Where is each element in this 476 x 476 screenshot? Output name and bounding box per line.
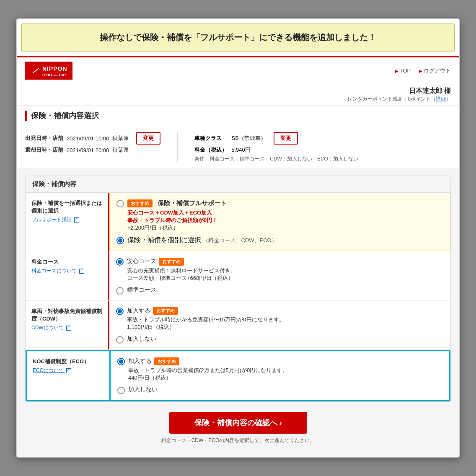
nav-top-link[interactable]: TOP (395, 67, 411, 74)
eco-join-badge: おすすめ (154, 357, 179, 365)
eco-nojoin-radio[interactable] (117, 387, 125, 394)
nav-logout-link[interactable]: ログアウト (419, 67, 451, 75)
anshin-detail1: 安心の充実補償！無料ロードサービス付き。 (127, 267, 236, 274)
logo-name: NIPPON (42, 65, 67, 72)
submit-note: 料金コース・CDW・ECOの内容を選択して、次に進んでください。 (34, 437, 442, 444)
standard-title: 標準コース (127, 286, 156, 294)
anshin-title: 安心コース (127, 258, 156, 265)
eco-nojoin-option: 加入しない (117, 386, 442, 394)
eco-detail-link[interactable]: ECOについて (33, 367, 71, 373)
anshin-text: 安心コース おすすめ 安心の充実補償！無料ロードサービス付き。 コース差額 標準… (127, 257, 236, 282)
individual-option: 保険・補償を個別に選択 （料金コース、CDW、ECO） (116, 236, 443, 245)
section-box: 保険・補償内容 保険・補償を一括選択または個別に選択 フルサポート詳細 (25, 176, 451, 402)
cdw-join-title-row: 加入する おすすめ (127, 307, 181, 315)
points-label: レンタカーポイント残高：0ポイント (347, 96, 431, 102)
departure-row: 出発日時・店舗 2021/09/01 10:00 秋葉原 変更 (25, 132, 160, 145)
full-support-label-title: 保険・補償を一括選択または個別に選択 (31, 199, 102, 215)
anshin-badge: おすすめ (159, 258, 184, 266)
eco-join-text: 加入する おすすめ 事故・トラブル時の営業補償(2万または5万円)が0円になりま… (128, 357, 288, 382)
eco-join-title-row: 加入する おすすめ (128, 357, 182, 365)
full-support-content-col: おすすめ 保険・補償フルサポート 安心コース＋CDW加入＋ECO加入 事故・トラ… (109, 193, 450, 251)
return-row: 返却日時・店舗 2021/09/01 20:00 秋葉原 (25, 146, 160, 154)
cdw-detail-link[interactable]: CDWについて (31, 325, 71, 331)
full-support-detail2: 事故・トラブル時のご負担額が0円！ (127, 217, 227, 224)
full-support-detail3: +2,200円/日（税込） (127, 224, 227, 232)
ext-link-icon3 (66, 326, 71, 331)
full-support-title-row: おすすめ 保険・補償フルサポート (127, 199, 227, 207)
cdw-content-col: 加入する おすすめ 事故・トラブル時にかかる免責額(5〜15万円)が0円になりま… (109, 301, 450, 350)
price-value: 5,940円 (231, 146, 251, 154)
individual-title: 保険・補償を個別に選択 (127, 236, 201, 243)
reservation-info: 出発日時・店舗 2021/09/01 10:00 秋葉原 変更 返却日時・店舗 … (17, 126, 459, 169)
notification-text: 操作なしで保険・補償を「フルサポート」にできる機能を追加しました！ (100, 33, 376, 42)
departure-store: 秋葉原 (112, 135, 129, 142)
price-course-label-col: 料金コース 料金コースについて (26, 251, 109, 300)
individual-radio[interactable] (116, 237, 124, 244)
cdw-detail1: 事故・トラブル時にかかる免責額(5〜15万円)が0円になります。 (127, 316, 285, 323)
price-course-label-title: 料金コース (31, 258, 102, 266)
main-content: 保険・補償内容 保険・補償を一括選択または個別に選択 フルサポート詳細 (17, 169, 459, 457)
cdw-label-title: 車両・対物事故免責額補償制度（CDW） (31, 308, 102, 323)
nav-right: TOP ログアウト (395, 67, 451, 75)
cdw-nojoin-title: 加入しない (127, 335, 156, 343)
full-support-option: おすすめ 保険・補償フルサポート 安心コース＋CDW加入＋ECO加入 事故・トラ… (116, 199, 443, 232)
page-title: 保険・補償内容選択 (25, 111, 451, 121)
res-conditions: 条件 料金コース：標準コース CDW：加入しない ECO：加入しない (194, 155, 451, 163)
cdw-nojoin-radio[interactable] (116, 336, 124, 344)
eco-join-radio[interactable] (117, 358, 125, 365)
price-course-row: 料金コース 料金コースについて 安心コース おすすめ (26, 251, 450, 301)
logo-sub: Rent-A-Car (42, 73, 67, 77)
full-support-detail1: 安心コース＋CDW加入＋ECO加入 (127, 209, 227, 217)
cdw-join-radio[interactable] (116, 308, 124, 315)
return-label: 返却日時・店舗 (25, 146, 63, 154)
full-support-detail-link[interactable]: フルサポート詳細 (31, 217, 79, 222)
eco-label-col: NOC補償制度（ECO） ECOについて (27, 351, 111, 400)
full-support-option-text: おすすめ 保険・補償フルサポート 安心コース＋CDW加入＋ECO加入 事故・トラ… (127, 199, 227, 232)
site-header: ⟋ NIPPON Rent-A-Car TOP ログアウト (17, 56, 459, 84)
submit-area: 保険・補償内容の確認へ › 料金コース・CDW・ECOの内容を選択して、次に進ん… (25, 402, 451, 448)
price-row: 料金（税込） 5,940円 (194, 146, 451, 154)
eco-detail2: 440円/日（税込） (128, 374, 288, 382)
car-class-value: SS（禁煙車） (231, 135, 266, 142)
cdw-join-option: 加入する おすすめ 事故・トラブル時にかかる免責額(5〜15万円)が0円になりま… (116, 307, 444, 331)
price-course-detail-link[interactable]: 料金コースについて (31, 268, 84, 274)
logo-box: ⟋ NIPPON Rent-A-Car (25, 62, 72, 80)
eco-row: NOC補償制度（ECO） ECOについて 加入する おすすめ (26, 350, 450, 401)
car-class-label: 車種クラス (194, 135, 228, 142)
full-support-row: 保険・補償を一括選択または個別に選択 フルサポート詳細 おすすめ 保険・補償フル (26, 193, 450, 251)
cdw-row: 車両・対物事故免責額補償制度（CDW） CDWについて 加入する おすすめ (26, 301, 450, 350)
car-change-button[interactable]: 変更 (274, 132, 298, 145)
full-support-label-col: 保険・補償を一括選択または個別に選択 フルサポート詳細 (26, 193, 109, 251)
individual-detail: （料金コース、CDW、ECO） (203, 237, 277, 243)
car-class-row: 車種クラス SS（禁煙車） 変更 (194, 132, 451, 145)
user-info-bar: 日本連太郎 様 レンタカーポイント残高：0ポイント（詳細） (17, 84, 459, 106)
res-left: 出発日時・店舗 2021/09/01 10:00 秋葉原 変更 返却日時・店舗 … (25, 132, 160, 154)
return-date: 2021/09/01 20:00 (67, 147, 109, 153)
ext-link-icon4 (66, 368, 71, 373)
departure-change-button[interactable]: 変更 (136, 132, 160, 145)
eco-join-option: 加入する おすすめ 事故・トラブル時の営業補償(2万または5万円)が0円になりま… (117, 357, 442, 382)
cdw-join-badge: おすすめ (153, 307, 178, 315)
page-title-bar: 保険・補償内容選択 (17, 106, 459, 126)
cdw-detail2: 1,100円/日（税込） (127, 323, 285, 331)
full-support-radio[interactable] (116, 200, 124, 207)
logo-text-group: NIPPON Rent-A-Car (42, 64, 67, 77)
cdw-join-title: 加入する (127, 307, 150, 315)
anshin-radio[interactable] (116, 258, 124, 266)
eco-detail1: 事故・トラブル時の営業補償(2万または5万円)が0円になります。 (128, 367, 288, 374)
cdw-join-text: 加入する おすすめ 事故・トラブル時にかかる免責額(5〜15万円)が0円になりま… (127, 307, 285, 331)
points-detail-link[interactable]: 詳細 (436, 96, 446, 102)
user-points: レンタカーポイント残高：0ポイント（詳細） (347, 96, 451, 102)
standard-radio[interactable] (116, 287, 124, 295)
full-support-detail: 安心コース＋CDW加入＋ECO加入 事故・トラブル時のご負担額が0円！ +2,2… (127, 209, 227, 232)
section-title: 保険・補償内容 (26, 176, 450, 193)
ext-link-icon (74, 217, 79, 222)
res-right: 車種クラス SS（禁煙車） 変更 料金（税込） 5,940円 条件 料金コース：… (194, 132, 451, 163)
return-store: 秋葉原 (112, 146, 129, 154)
individual-option-text: 保険・補償を個別に選択 （料金コース、CDW、ECO） (127, 236, 277, 245)
standard-option: 標準コース (116, 286, 444, 295)
anshin-title-row: 安心コース おすすめ (127, 258, 186, 266)
submit-button[interactable]: 保険・補償内容の確認へ › (169, 412, 307, 434)
departure-label: 出発日時・店舗 (25, 135, 63, 142)
logo-area: ⟋ NIPPON Rent-A-Car (25, 62, 72, 80)
